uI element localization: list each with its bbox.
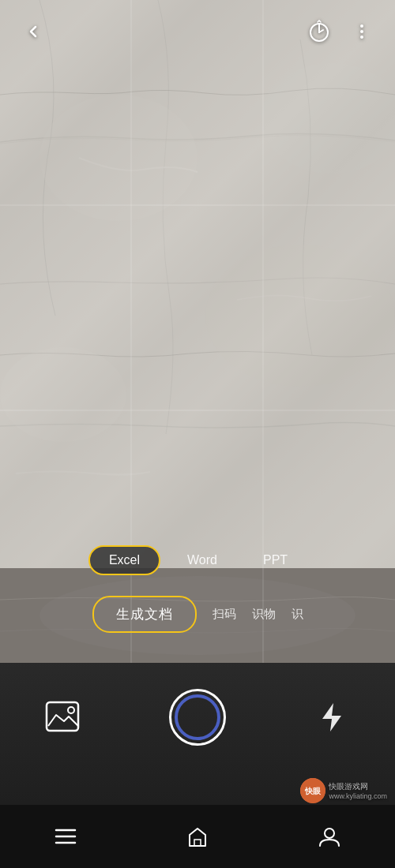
svg-text:快眼: 快眼 (304, 787, 322, 795)
svg-point-13 (360, 24, 363, 28)
action-bar: 生成文档 扫码 识物 识 (0, 596, 395, 633)
nav-profile-button[interactable] (306, 813, 353, 860)
shutter-button[interactable] (169, 689, 226, 746)
top-controls (0, 0, 395, 63)
back-button[interactable] (16, 14, 51, 49)
recog-label[interactable]: 识物 (252, 607, 276, 622)
svg-point-21 (68, 707, 74, 713)
generate-doc-button[interactable]: 生成文档 (92, 596, 197, 633)
watermark: 快眼 快眼游戏网 www.kyliating.com (300, 778, 387, 803)
ppt-type-button[interactable]: PPT (244, 547, 307, 574)
timer-button[interactable] (302, 14, 337, 49)
stone-texture (0, 0, 395, 615)
nav-bar (0, 805, 395, 868)
svg-marker-22 (322, 703, 341, 731)
scan-label[interactable]: 扫码 (213, 607, 236, 622)
word-type-button[interactable]: Word (168, 547, 236, 574)
svg-rect-20 (47, 702, 78, 731)
svg-point-1 (40, 95, 198, 221)
recog2-label[interactable]: 识 (292, 607, 303, 622)
watermark-text: 快眼游戏网 www.kyliating.com (329, 781, 387, 800)
flash-button[interactable] (312, 698, 352, 737)
excel-type-button[interactable]: Excel (88, 545, 160, 575)
doc-type-bar: Excel Word PPT (0, 537, 395, 584)
top-right-controls (302, 14, 379, 49)
svg-point-3 (0, 347, 126, 442)
camera-controls (0, 689, 395, 746)
more-button[interactable] (344, 14, 379, 49)
svg-point-29 (325, 829, 334, 838)
svg-point-2 (205, 245, 395, 387)
gallery-button[interactable] (43, 698, 83, 737)
svg-point-14 (360, 30, 363, 33)
watermark-icon: 快眼 (300, 778, 325, 803)
nav-home-button[interactable] (174, 813, 221, 860)
viewfinder (0, 0, 395, 615)
nav-menu-button[interactable] (42, 813, 89, 860)
camera-container: Excel Word PPT 生成文档 扫码 识物 识 (0, 0, 395, 868)
shutter-inner (175, 694, 220, 740)
svg-point-15 (360, 36, 363, 39)
svg-rect-28 (194, 840, 201, 846)
